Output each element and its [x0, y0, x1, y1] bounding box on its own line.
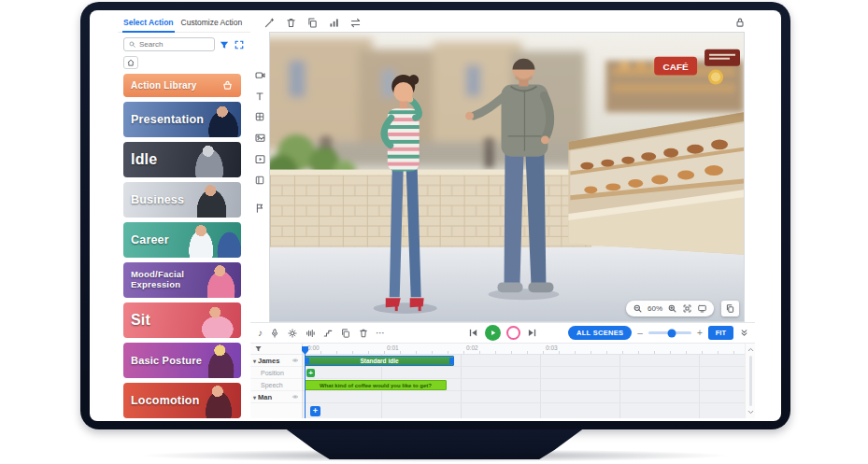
laptop-screen: Select Action Customize Action — [90, 10, 781, 421]
laptop-stand — [280, 425, 589, 459]
category-idle[interactable]: Idle — [123, 142, 241, 177]
copy-icon — [306, 17, 319, 29]
search-input[interactable] — [139, 40, 210, 49]
search-box[interactable] — [123, 37, 215, 51]
grid-tool[interactable] — [254, 111, 265, 122]
time-label: 0:03 — [546, 344, 558, 351]
play-button[interactable] — [485, 325, 501, 341]
camera-tool[interactable] — [254, 69, 266, 81]
zoom-minus[interactable]: – — [637, 329, 643, 338]
tab-select-action[interactable]: Select Action — [122, 18, 175, 33]
zoom-out-icon — [633, 303, 643, 314]
timeline-lanes: 0:00 0:01 0:02 0:03 — [303, 344, 745, 418]
image-tool[interactable] — [254, 132, 266, 144]
category-locomotion[interactable]: Locomotion — [123, 383, 241, 418]
text-tool[interactable] — [254, 91, 265, 102]
clip-standard-idle[interactable]: Standard idle — [305, 356, 454, 366]
duplicate-button[interactable] — [306, 17, 319, 29]
swap-button[interactable] — [349, 17, 362, 29]
laptop-bezel: Select Action Customize Action — [80, 2, 790, 429]
tool-rail — [250, 32, 269, 322]
fit-button[interactable]: FIT — [708, 326, 733, 340]
timeline-scrollbar[interactable] — [745, 344, 755, 418]
lane-james: Standard idle — [303, 355, 745, 367]
category-label: Presentation — [131, 113, 204, 126]
waveform-button[interactable] — [305, 328, 316, 339]
track-name: Position — [261, 370, 284, 376]
lane-add: + — [303, 403, 745, 418]
home-icon — [126, 58, 135, 67]
tab-customize-action[interactable]: Customize Action — [180, 18, 244, 32]
zoom-in-button[interactable] — [667, 303, 677, 314]
filter-button[interactable] — [219, 39, 230, 50]
track-man[interactable]: ▾ Man — [250, 391, 302, 403]
music-icon[interactable]: ♪ — [258, 329, 263, 338]
skip-start-button[interactable] — [467, 327, 479, 339]
add-action-button[interactable]: + — [310, 406, 320, 416]
steps-button[interactable] — [322, 328, 334, 339]
slider-thumb[interactable] — [668, 329, 676, 337]
visibility-toggle[interactable] — [292, 357, 299, 364]
flag-tool[interactable] — [254, 203, 265, 214]
camera-icon — [254, 69, 266, 81]
playhead-line[interactable] — [305, 355, 306, 418]
category-label: Business — [131, 193, 184, 206]
category-mood-facial-expression[interactable]: Mood/Facial Expression — [123, 262, 241, 298]
copy-clip-button[interactable] — [340, 328, 351, 339]
chevron-up-icon[interactable] — [747, 345, 755, 354]
stats-button[interactable] — [328, 17, 340, 29]
preview-button[interactable] — [697, 303, 707, 314]
delete-button[interactable] — [285, 17, 297, 29]
chevron-down-icon[interactable] — [747, 408, 755, 416]
mic-button[interactable] — [269, 328, 280, 339]
caret-down-icon[interactable]: ▾ — [253, 358, 256, 364]
wand-button[interactable] — [263, 17, 276, 29]
swap-arrows-icon — [349, 17, 362, 29]
more-icon[interactable]: ⋯ — [376, 329, 385, 338]
track-filter[interactable] — [250, 344, 302, 355]
home-button[interactable] — [123, 56, 138, 69]
category-basic-posture[interactable]: Basic Posture — [123, 343, 241, 378]
chart-icon — [328, 17, 340, 29]
all-scenes-button[interactable]: ALL SCENES — [568, 326, 632, 340]
timeline-toolbar: ♪ ⋯ — [250, 323, 755, 344]
add-position-keyframe-button[interactable]: + — [306, 369, 315, 377]
duplicate-scene-button[interactable] — [721, 301, 739, 316]
scene-canvas[interactable]: CAFÉ — [269, 32, 745, 322]
fullscreen-icon — [234, 39, 245, 50]
eye-icon — [292, 393, 299, 401]
lock-button[interactable] — [734, 17, 746, 28]
effects-button[interactable] — [287, 328, 298, 339]
skip-end-button[interactable] — [526, 327, 538, 339]
record-button[interactable] — [506, 326, 520, 340]
monitor-icon — [697, 303, 707, 314]
canvas-toolbar — [250, 13, 755, 32]
category-career[interactable]: Career — [123, 222, 241, 258]
category-presentation[interactable]: Presentation — [123, 102, 241, 137]
track-speech[interactable]: Speech — [250, 379, 302, 391]
caret-down-icon[interactable]: ▾ — [253, 394, 256, 401]
category-label: Basic Posture — [131, 355, 202, 366]
time-ruler[interactable]: 0:00 0:01 0:02 0:03 — [303, 344, 745, 355]
category-label: Action Library — [131, 80, 197, 91]
delete-clip-button[interactable] — [358, 328, 369, 339]
lane-speech: What kind of coffee would you like to ge… — [303, 379, 745, 391]
video-tool[interactable] — [254, 153, 266, 165]
category-business[interactable]: Business — [123, 182, 241, 218]
fit-screen-button[interactable] — [682, 303, 692, 314]
visibility-toggle[interactable] — [292, 393, 299, 401]
category-sit[interactable]: Sit — [123, 302, 241, 338]
track-james[interactable]: ▾ James — [250, 355, 302, 367]
clip-speech[interactable]: What kind of coffee would you like to ge… — [305, 380, 447, 390]
zoom-plus[interactable]: + — [697, 329, 703, 338]
timeline-zoom-slider[interactable] — [648, 331, 691, 334]
collapse-timeline-button[interactable] — [739, 328, 749, 338]
expand-button[interactable] — [234, 39, 245, 50]
layout-tool[interactable] — [254, 175, 265, 186]
track-name: James — [258, 357, 279, 365]
layout-icon — [254, 175, 265, 186]
track-position[interactable]: Position — [250, 367, 302, 379]
scrollbar-track[interactable] — [749, 356, 752, 406]
category-action-library[interactable]: Action Library — [123, 74, 241, 97]
zoom-out-button[interactable] — [633, 303, 643, 314]
